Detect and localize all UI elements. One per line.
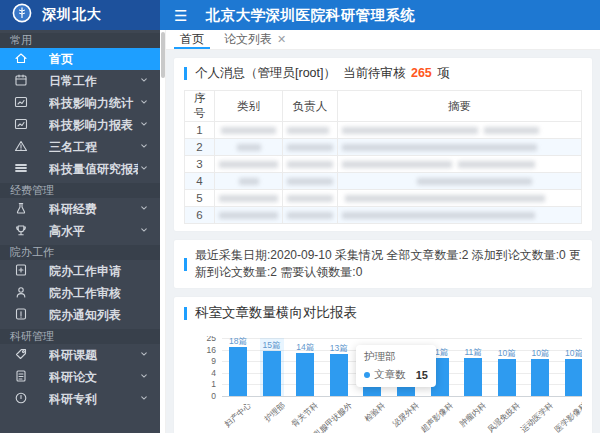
sidebar-item-label: 科研课题 [49, 347, 138, 364]
tooltip-category: 护理部 [364, 350, 428, 364]
sidebar-section-label: 常用 [0, 33, 160, 48]
table-row[interactable]: 5 [185, 190, 582, 207]
bar-乳腺甲状腺外[interactable] [330, 354, 348, 396]
close-icon[interactable]: ✕ [277, 33, 286, 46]
sidebar-scrollbar[interactable] [160, 30, 166, 433]
table-row[interactable]: 1 [185, 122, 582, 139]
table-column-header: 类别 [215, 91, 283, 122]
sidebar-menu: 常用首页日常工作科技影响力统计科技影响力报表三名工程科技量值研究报表经费管理科研… [0, 33, 160, 410]
message-text: 个人消息（管理员[root]） 当前待审核 265 项 [195, 65, 450, 82]
chevron-down-icon [138, 118, 150, 133]
page-title: 北京大学深圳医院科研管理系统 [205, 6, 415, 25]
table-row[interactable]: 3 [185, 156, 582, 173]
sidebar-section-label: 经费管理 [0, 183, 160, 198]
tab-label: 论文列表 [224, 31, 272, 48]
cell-owner [283, 207, 338, 224]
sidebar-item-label: 三名工程 [49, 139, 138, 156]
doc-icon [13, 368, 29, 387]
bar-妇产中心[interactable] [229, 347, 247, 396]
sidebar-item[interactable]: 科研经费 [0, 198, 160, 220]
y-axis-tick: 25 [186, 336, 216, 343]
person-icon [13, 284, 29, 303]
cell-abstract [338, 190, 582, 207]
y-axis-tick: 0 [186, 391, 216, 401]
chevron-down-icon [138, 392, 150, 407]
table-row[interactable]: 6 [185, 207, 582, 224]
chevron-down-icon [138, 224, 150, 239]
sidebar-item[interactable]: 院办通知列表 [0, 304, 160, 326]
notice-icon [13, 306, 29, 325]
cell-seq: 4 [185, 173, 215, 190]
tab-label: 首页 [180, 31, 204, 48]
bar-value-label: 10篇 [554, 348, 582, 360]
main-region: ☰ 北京大学深圳医院科研管理系统 首页 论文列表 ✕ [160, 0, 600, 433]
sidebar-item-label: 科研经费 [49, 201, 138, 218]
bar-护理部[interactable] [263, 351, 281, 396]
sidebar-item[interactable]: 科研专利 [0, 388, 160, 410]
accent-bar [184, 307, 187, 320]
sidebar-item[interactable]: 科研课题 [0, 344, 160, 366]
personal-message-card: 个人消息（管理员[root]） 当前待审核 265 项 序号类别负责人摘要 12… [174, 58, 592, 231]
bar-运动医学科[interactable] [531, 359, 549, 396]
hamburger-icon[interactable]: ☰ [174, 8, 187, 23]
bar-骨关节科[interactable] [296, 353, 314, 396]
cell-abstract [338, 173, 582, 190]
chart[interactable]: 2516941018篇妇产中心15篇护理部14篇骨关节科13篇乳腺甲状腺外12篇… [184, 336, 582, 433]
sidebar-item-label: 首页 [49, 51, 150, 68]
tab-bar: 首页 论文列表 ✕ [166, 30, 600, 50]
table-row[interactable]: 4 [185, 173, 582, 190]
sidebar-item[interactable]: 首页 [0, 48, 160, 70]
cell-abstract [338, 122, 582, 139]
y-axis-tick: 4 [186, 368, 216, 378]
sidebar-item[interactable]: 高水平 [0, 220, 160, 242]
table-column-header: 负责人 [283, 91, 338, 122]
trophy-icon [13, 222, 29, 241]
scrollbar-thumb[interactable] [161, 32, 165, 78]
cell-owner [283, 190, 338, 207]
sidebar-item-label: 科研论文 [49, 369, 138, 386]
bar-风湿免疫科[interactable] [498, 359, 516, 396]
sidebar-item[interactable]: 三名工程 [0, 136, 160, 158]
tab-home[interactable]: 首页 [170, 30, 214, 49]
hospital-logo-icon [12, 3, 32, 27]
chevron-down-icon [138, 96, 150, 111]
tooltip-value: 15 [416, 369, 428, 381]
sidebar-item[interactable]: 日常工作 [0, 70, 160, 92]
cell-category [215, 139, 283, 156]
sidebar-item[interactable]: 院办工作申请 [0, 260, 160, 282]
sidebar-item[interactable]: 科技影响力统计 [0, 92, 160, 114]
tag-icon [13, 346, 29, 365]
tab-paper-list[interactable]: 论文列表 ✕ [214, 30, 296, 49]
sidebar-item-label: 科研专利 [49, 391, 138, 408]
table-row[interactable]: 2 [185, 139, 582, 156]
cell-seq: 6 [185, 207, 215, 224]
sidebar-item[interactable]: 科技量值研究报表 [0, 158, 160, 180]
cell-abstract [338, 156, 582, 173]
sidebar-section-label: 院办工作 [0, 245, 160, 260]
circle-icon [13, 390, 29, 409]
message-table: 序号类别负责人摘要 123456 [184, 90, 582, 224]
gridline [222, 396, 582, 397]
bar-医学影像科[interactable] [565, 359, 582, 396]
cell-category [215, 190, 283, 207]
sidebar-item-label: 科技量值研究报表 [49, 161, 138, 178]
cell-owner [283, 122, 338, 139]
cell-seq: 2 [185, 139, 215, 156]
content-area: 个人消息（管理员[root]） 当前待审核 265 项 序号类别负责人摘要 12… [166, 50, 600, 433]
bar-肿瘤内科[interactable] [464, 358, 482, 396]
sidebar-item[interactable]: 院办工作审核 [0, 282, 160, 304]
app-window: 深圳北大 常用首页日常工作科技影响力统计科技影响力报表三名工程科技量值研究报表经… [0, 0, 600, 433]
cell-category [215, 156, 283, 173]
sidebar-item-label: 高水平 [49, 223, 138, 240]
sidebar-item-label: 科技影响力报表 [49, 117, 138, 134]
top-header: ☰ 北京大学深圳医院科研管理系统 [160, 0, 600, 30]
table-column-header: 摘要 [338, 91, 582, 122]
warning-icon [13, 138, 29, 157]
logo-text: 深圳北大 [42, 6, 102, 24]
sidebar-item-label: 院办工作申请 [49, 263, 150, 280]
sidebar-item-label: 日常工作 [49, 73, 138, 90]
sidebar-item[interactable]: 科技影响力报表 [0, 114, 160, 136]
chart-icon [13, 116, 29, 135]
series-marker-icon [364, 372, 370, 378]
sidebar-item[interactable]: 科研论文 [0, 366, 160, 388]
